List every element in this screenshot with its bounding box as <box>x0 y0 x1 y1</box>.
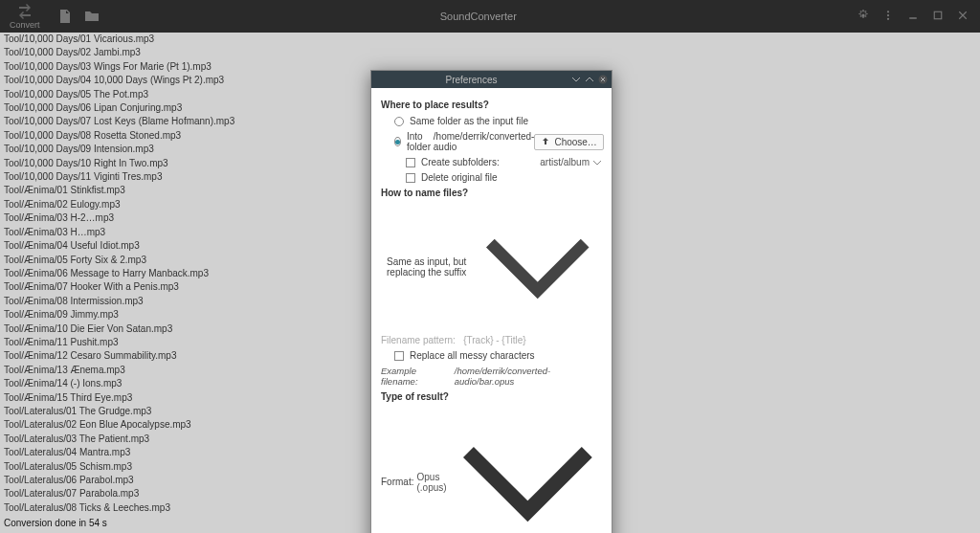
section-where-header: Where to place results? <box>381 100 602 110</box>
radio-same-folder-label: Same folder as the input file <box>410 116 528 126</box>
dialog-title: Preferences <box>375 75 568 85</box>
minimize-icon <box>907 10 919 21</box>
radio-same-folder[interactable]: Same folder as the input file <box>381 116 602 126</box>
dialog-maximize[interactable] <box>585 75 594 84</box>
radio-icon <box>394 117 404 126</box>
replace-messy-row[interactable]: Replace all messy characters <box>381 350 602 361</box>
window-minimize[interactable] <box>907 8 919 25</box>
delete-original-label: Delete original file <box>421 172 498 183</box>
convert-icon <box>17 4 33 19</box>
create-subfolders-label: Create subfolders: <box>421 157 500 167</box>
svg-point-2 <box>887 14 889 16</box>
chevron-down-icon <box>454 408 602 533</box>
choose-folder-button[interactable]: Choose… <box>534 134 603 150</box>
example-filename-row: Example filename: /home/derrik/converted… <box>381 366 602 387</box>
checkbox-icon <box>406 173 415 183</box>
window-close[interactable] <box>957 8 969 25</box>
radio-icon <box>394 137 401 146</box>
subfolder-pattern-value: artist/album <box>540 157 590 167</box>
pattern-hint-label: Filename pattern: <box>381 335 456 345</box>
section-type-header: Type of result? <box>381 391 602 402</box>
format-value: Opus (.opus) <box>417 472 455 493</box>
format-dropdown[interactable]: Opus (.opus) <box>417 472 455 493</box>
chevron-down-icon <box>479 208 596 325</box>
filename-pattern-row: Filename pattern: {Track} - {Title} <box>381 335 602 345</box>
upload-icon <box>541 137 550 146</box>
choose-label: Choose… <box>554 137 596 147</box>
svg-point-3 <box>887 18 889 20</box>
naming-mode-dropdown[interactable]: Same as input, but replacing the suffix <box>381 204 602 329</box>
into-folder-path: /home/derrik/converted-audio <box>434 131 535 152</box>
settings-button[interactable] <box>858 8 869 25</box>
radio-into-folder[interactable]: Into folder /home/derrik/converted-audio… <box>381 131 602 152</box>
chevron-up-icon <box>585 75 594 84</box>
checkbox-icon <box>394 351 404 361</box>
create-subfolders-row[interactable]: Create subfolders: artist/album <box>381 157 602 167</box>
close-icon <box>957 10 969 21</box>
dialog-close[interactable] <box>598 75 608 84</box>
svg-point-1 <box>887 11 889 12</box>
svg-rect-5 <box>934 11 942 19</box>
preferences-dialog: Preferences Where to place results? Same… <box>370 70 612 533</box>
topbar: Convert SoundConverter <box>0 0 980 33</box>
format-row: Format: Opus (.opus) <box>381 408 602 533</box>
example-label: Example filename: <box>381 366 452 387</box>
pattern-hint-value: {Track} - {Title} <box>463 335 525 345</box>
file-plus-icon <box>57 9 73 24</box>
status-text: Conversion done in 54 s <box>4 518 107 528</box>
folder-icon <box>84 9 100 24</box>
delete-original-row[interactable]: Delete original file <box>381 172 602 183</box>
chevron-down-icon <box>571 75 581 84</box>
convert-label: Convert <box>10 20 40 30</box>
dialog-titlebar[interactable]: Preferences <box>371 71 612 88</box>
app-title: SoundConverter <box>100 11 858 22</box>
chevron-down-icon <box>592 158 602 167</box>
replace-messy-label: Replace all messy characters <box>410 350 535 361</box>
add-folder-button[interactable] <box>84 9 100 24</box>
radio-into-folder-prefix: Into folder <box>407 131 431 152</box>
menu-button[interactable] <box>882 8 894 25</box>
dialog-minimize[interactable] <box>571 75 581 84</box>
close-icon <box>598 75 608 84</box>
list-item[interactable]: Tool/10,000 Days/01 Vicarious.mp3 <box>0 33 980 46</box>
checkbox-icon <box>406 158 415 167</box>
window-maximize[interactable] <box>932 8 944 25</box>
example-value: /home/derrik/converted-audio/bar.opus <box>455 366 602 387</box>
format-label: Format: <box>381 477 417 487</box>
svg-rect-4 <box>909 17 917 19</box>
subfolder-pattern-dropdown[interactable]: artist/album <box>540 157 602 167</box>
maximize-icon <box>932 10 944 21</box>
section-how-name-header: How to name files? <box>381 188 602 198</box>
kebab-icon <box>882 10 894 21</box>
convert-button[interactable]: Convert <box>4 2 46 32</box>
naming-mode-value: Same as input, but replacing the suffix <box>387 256 479 278</box>
list-item[interactable]: Tool/10,000 Days/02 Jambi.mp3 <box>0 46 980 59</box>
add-file-button[interactable] <box>57 9 73 24</box>
gear-icon <box>858 10 869 21</box>
